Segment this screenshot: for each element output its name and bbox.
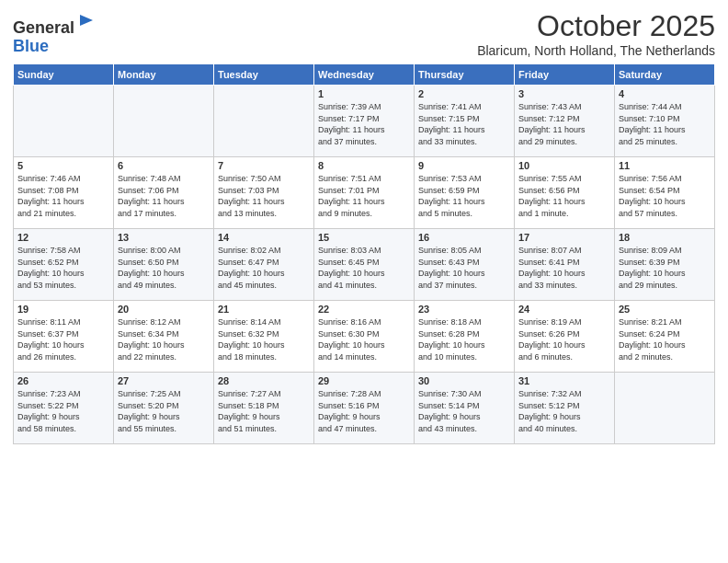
day-number: 23 — [418, 304, 510, 315]
day-number: 9 — [418, 160, 510, 171]
day-number: 18 — [619, 232, 711, 243]
calendar-cell: 27Sunrise: 7:25 AM Sunset: 5:20 PM Dayli… — [114, 373, 214, 444]
day-number: 28 — [218, 375, 310, 386]
day-number: 8 — [318, 160, 410, 171]
calendar-cell: 26Sunrise: 7:23 AM Sunset: 5:22 PM Dayli… — [14, 373, 114, 444]
day-info: Sunrise: 7:56 AM Sunset: 6:54 PM Dayligh… — [619, 173, 711, 219]
week-row-4: 26Sunrise: 7:23 AM Sunset: 5:22 PM Dayli… — [14, 373, 715, 444]
calendar-cell: 8Sunrise: 7:51 AM Sunset: 7:01 PM Daylig… — [314, 157, 415, 229]
day-info: Sunrise: 8:14 AM Sunset: 6:32 PM Dayligh… — [218, 316, 310, 362]
col-friday: Friday — [515, 64, 615, 86]
day-number: 21 — [218, 304, 310, 315]
calendar-cell: 2Sunrise: 7:41 AM Sunset: 7:15 PM Daylig… — [415, 86, 515, 157]
day-info: Sunrise: 7:28 AM Sunset: 5:16 PM Dayligh… — [318, 388, 410, 434]
day-number: 3 — [518, 88, 610, 99]
day-number: 11 — [619, 160, 711, 171]
day-number: 26 — [17, 375, 109, 386]
calendar-cell: 15Sunrise: 8:03 AM Sunset: 6:45 PM Dayli… — [314, 229, 415, 301]
day-info: Sunrise: 7:44 AM Sunset: 7:10 PM Dayligh… — [619, 101, 711, 147]
day-info: Sunrise: 7:58 AM Sunset: 6:52 PM Dayligh… — [17, 245, 109, 291]
calendar-cell: 9Sunrise: 7:53 AM Sunset: 6:59 PM Daylig… — [415, 157, 515, 229]
day-info: Sunrise: 8:02 AM Sunset: 6:47 PM Dayligh… — [218, 245, 310, 291]
day-info: Sunrise: 8:19 AM Sunset: 6:26 PM Dayligh… — [518, 316, 610, 362]
week-row-1: 5Sunrise: 7:46 AM Sunset: 7:08 PM Daylig… — [14, 157, 715, 229]
calendar-cell: 18Sunrise: 8:09 AM Sunset: 6:39 PM Dayli… — [615, 229, 715, 301]
calendar-table: Sunday Monday Tuesday Wednesday Thursday… — [13, 63, 715, 444]
day-number: 27 — [118, 375, 210, 386]
day-number: 22 — [318, 304, 410, 315]
day-info: Sunrise: 7:27 AM Sunset: 5:18 PM Dayligh… — [218, 388, 310, 434]
calendar-cell: 10Sunrise: 7:55 AM Sunset: 6:56 PM Dayli… — [515, 157, 615, 229]
calendar-cell: 4Sunrise: 7:44 AM Sunset: 7:10 PM Daylig… — [615, 86, 715, 157]
calendar-cell — [14, 86, 114, 157]
day-number: 19 — [17, 304, 109, 315]
day-info: Sunrise: 8:00 AM Sunset: 6:50 PM Dayligh… — [118, 245, 210, 291]
svg-marker-0 — [80, 15, 93, 26]
calendar-cell: 30Sunrise: 7:30 AM Sunset: 5:14 PM Dayli… — [415, 373, 515, 444]
calendar-cell: 13Sunrise: 8:00 AM Sunset: 6:50 PM Dayli… — [114, 229, 214, 301]
day-info: Sunrise: 7:51 AM Sunset: 7:01 PM Dayligh… — [318, 173, 410, 219]
day-number: 20 — [118, 304, 210, 315]
calendar-cell: 17Sunrise: 8:07 AM Sunset: 6:41 PM Dayli… — [515, 229, 615, 301]
logo-flag-icon — [76, 13, 97, 33]
col-saturday: Saturday — [615, 64, 715, 86]
day-info: Sunrise: 8:09 AM Sunset: 6:39 PM Dayligh… — [619, 245, 711, 291]
calendar-cell: 3Sunrise: 7:43 AM Sunset: 7:12 PM Daylig… — [515, 86, 615, 157]
logo-blue-text: Blue — [13, 37, 49, 55]
day-info: Sunrise: 7:55 AM Sunset: 6:56 PM Dayligh… — [518, 173, 610, 219]
calendar-cell: 23Sunrise: 8:18 AM Sunset: 6:28 PM Dayli… — [415, 301, 515, 373]
day-number: 6 — [118, 160, 210, 171]
day-number: 10 — [518, 160, 610, 171]
calendar-cell: 19Sunrise: 8:11 AM Sunset: 6:37 PM Dayli… — [14, 301, 114, 373]
calendar-cell: 25Sunrise: 8:21 AM Sunset: 6:24 PM Dayli… — [615, 301, 715, 373]
calendar-cell: 6Sunrise: 7:48 AM Sunset: 7:06 PM Daylig… — [114, 157, 214, 229]
day-info: Sunrise: 7:32 AM Sunset: 5:12 PM Dayligh… — [518, 388, 610, 434]
col-sunday: Sunday — [14, 64, 114, 86]
calendar-cell — [214, 86, 314, 157]
calendar-cell: 16Sunrise: 8:05 AM Sunset: 6:43 PM Dayli… — [415, 229, 515, 301]
day-info: Sunrise: 8:05 AM Sunset: 6:43 PM Dayligh… — [418, 245, 510, 291]
location-subtitle: Blaricum, North Holland, The Netherlands — [477, 43, 715, 58]
day-number: 25 — [619, 304, 711, 315]
day-info: Sunrise: 7:25 AM Sunset: 5:20 PM Dayligh… — [118, 388, 210, 434]
day-info: Sunrise: 7:41 AM Sunset: 7:15 PM Dayligh… — [418, 101, 510, 147]
col-monday: Monday — [114, 64, 214, 86]
calendar-cell: 21Sunrise: 8:14 AM Sunset: 6:32 PM Dayli… — [214, 301, 314, 373]
day-number: 24 — [518, 304, 610, 315]
calendar-cell: 24Sunrise: 8:19 AM Sunset: 6:26 PM Dayli… — [515, 301, 615, 373]
week-row-0: 1Sunrise: 7:39 AM Sunset: 7:17 PM Daylig… — [14, 86, 715, 157]
col-wednesday: Wednesday — [314, 64, 415, 86]
col-thursday: Thursday — [415, 64, 515, 86]
calendar-cell — [114, 86, 214, 157]
calendar-cell: 1Sunrise: 7:39 AM Sunset: 7:17 PM Daylig… — [314, 86, 415, 157]
week-row-3: 19Sunrise: 8:11 AM Sunset: 6:37 PM Dayli… — [14, 301, 715, 373]
header-row: Sunday Monday Tuesday Wednesday Thursday… — [14, 64, 715, 86]
day-info: Sunrise: 8:03 AM Sunset: 6:45 PM Dayligh… — [318, 245, 410, 291]
day-info: Sunrise: 7:39 AM Sunset: 7:17 PM Dayligh… — [318, 101, 410, 147]
day-info: Sunrise: 8:16 AM Sunset: 6:30 PM Dayligh… — [318, 316, 410, 362]
day-number: 15 — [318, 232, 410, 243]
page-container: General Blue October 2025 Blaricum, Nort… — [0, 0, 728, 452]
day-number: 7 — [218, 160, 310, 171]
day-number: 13 — [118, 232, 210, 243]
logo: General Blue — [13, 13, 97, 56]
day-number: 2 — [418, 88, 510, 99]
day-info: Sunrise: 8:18 AM Sunset: 6:28 PM Dayligh… — [418, 316, 510, 362]
calendar-cell: 7Sunrise: 7:50 AM Sunset: 7:03 PM Daylig… — [214, 157, 314, 229]
calendar-cell: 31Sunrise: 7:32 AM Sunset: 5:12 PM Dayli… — [515, 373, 615, 444]
calendar-cell: 11Sunrise: 7:56 AM Sunset: 6:54 PM Dayli… — [615, 157, 715, 229]
day-info: Sunrise: 7:48 AM Sunset: 7:06 PM Dayligh… — [118, 173, 210, 219]
day-info: Sunrise: 7:53 AM Sunset: 6:59 PM Dayligh… — [418, 173, 510, 219]
calendar-cell: 14Sunrise: 8:02 AM Sunset: 6:47 PM Dayli… — [214, 229, 314, 301]
col-tuesday: Tuesday — [214, 64, 314, 86]
header: General Blue October 2025 Blaricum, Nort… — [13, 9, 715, 58]
calendar-cell: 5Sunrise: 7:46 AM Sunset: 7:08 PM Daylig… — [14, 157, 114, 229]
calendar-cell: 20Sunrise: 8:12 AM Sunset: 6:34 PM Dayli… — [114, 301, 214, 373]
day-number: 29 — [318, 375, 410, 386]
day-info: Sunrise: 8:11 AM Sunset: 6:37 PM Dayligh… — [17, 316, 109, 362]
day-number: 17 — [518, 232, 610, 243]
month-title: October 2025 — [477, 9, 715, 43]
day-info: Sunrise: 8:07 AM Sunset: 6:41 PM Dayligh… — [518, 245, 610, 291]
logo-general-text: General — [13, 18, 74, 37]
calendar-cell: 29Sunrise: 7:28 AM Sunset: 5:16 PM Dayli… — [314, 373, 415, 444]
